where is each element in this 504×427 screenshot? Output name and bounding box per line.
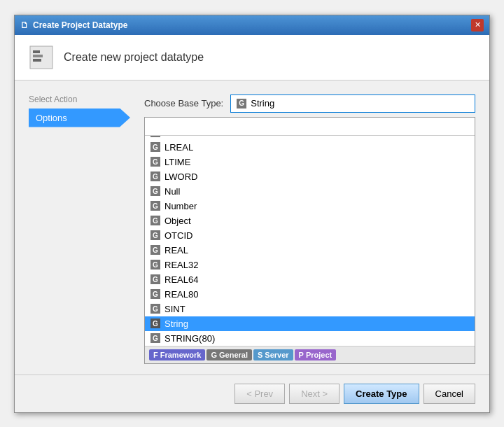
- filter-tab-general[interactable]: G General: [206, 349, 252, 360]
- filter-tabs: F FrameworkG GeneralS ServerP Project: [145, 346, 475, 363]
- list-item[interactable]: GNull: [145, 184, 475, 199]
- svg-rect-3: [33, 59, 41, 62]
- dropdown-list[interactable]: GLINTGLREALGLTIMEGLWORDGNullGNumberGObje…: [145, 136, 475, 346]
- item-badge: G: [150, 245, 160, 255]
- list-item[interactable]: GNumber: [145, 199, 475, 214]
- list-item[interactable]: GOTCID: [145, 228, 475, 243]
- header-icon: [29, 45, 54, 70]
- item-badge: G: [150, 142, 160, 152]
- window-close-button[interactable]: ✕: [471, 19, 484, 31]
- item-badge: G: [150, 304, 160, 314]
- tab-label: General: [219, 351, 248, 359]
- list-item[interactable]: GObject: [145, 214, 475, 228]
- item-badge: G: [150, 216, 160, 225]
- footer: < Prev Next > Create Type Cancel: [15, 374, 489, 412]
- item-label: REAL: [164, 245, 188, 255]
- item-badge: G: [150, 274, 160, 284]
- list-item[interactable]: GREAL32: [145, 258, 475, 272]
- window-title-icon: 🗋: [20, 20, 29, 30]
- selected-value-text: String: [251, 98, 274, 108]
- item-label: LINT: [164, 136, 184, 138]
- list-item[interactable]: GLREAL: [145, 140, 475, 155]
- list-item[interactable]: GREAL: [145, 243, 475, 258]
- filter-tab-framework[interactable]: F Framework: [149, 349, 205, 360]
- svg-rect-1: [33, 50, 40, 53]
- item-badge: G: [150, 186, 160, 196]
- tab-badge: S: [258, 351, 262, 359]
- window-title: Create Project Datatype: [33, 20, 127, 30]
- filter-tab-server[interactable]: S Server: [253, 349, 293, 360]
- item-label: LWORD: [164, 172, 197, 182]
- item-badge: G: [150, 333, 160, 343]
- item-label: REAL64: [164, 274, 198, 285]
- select-action-label: Select Action: [29, 94, 130, 104]
- item-badge: G: [150, 136, 160, 138]
- item-label: Null: [164, 186, 180, 197]
- list-item[interactable]: GLTIME: [145, 155, 475, 169]
- item-badge: G: [150, 260, 160, 270]
- item-badge: G: [150, 318, 160, 328]
- sidebar: Select Action Options: [29, 94, 130, 368]
- title-bar-left: 🗋 Create Project Datatype: [20, 20, 127, 30]
- tab-badge: G: [211, 351, 217, 359]
- header-title: Create new project datatype: [64, 51, 204, 64]
- tab-label: Server: [265, 351, 288, 359]
- tab-badge: P: [299, 351, 304, 359]
- tab-label: Framework: [160, 351, 202, 359]
- main-window: 🗋 Create Project Datatype ✕ Create new p…: [14, 15, 490, 413]
- item-label: LTIME: [164, 157, 190, 167]
- selected-badge: G: [237, 99, 246, 108]
- list-item[interactable]: GSTRING(80): [145, 331, 475, 346]
- list-item[interactable]: GString: [145, 316, 475, 331]
- list-item[interactable]: GREAL80: [145, 287, 475, 302]
- item-badge: G: [150, 289, 160, 299]
- item-label: STRING(80): [164, 333, 215, 344]
- prev-button[interactable]: < Prev: [234, 384, 285, 404]
- filter-tab-project[interactable]: P Project: [295, 349, 337, 360]
- item-label: REAL32: [164, 260, 198, 270]
- dropdown-container: GLINTGLREALGLTIMEGLWORDGNullGNumberGObje…: [144, 117, 475, 364]
- item-badge: G: [150, 201, 160, 211]
- base-type-display[interactable]: G String: [230, 94, 475, 113]
- content-area: Select Action Options Choose Base Type: …: [15, 80, 489, 374]
- list-item[interactable]: GREAL64: [145, 272, 475, 287]
- create-type-button[interactable]: Create Type: [344, 384, 419, 404]
- cancel-button[interactable]: Cancel: [424, 384, 475, 404]
- item-label: LREAL: [164, 142, 193, 153]
- tab-badge: F: [153, 351, 158, 359]
- item-label: Object: [164, 216, 191, 226]
- item-badge: G: [150, 172, 160, 181]
- choose-base-type-label: Choose Base Type:: [144, 98, 223, 108]
- item-label: OTCID: [164, 230, 192, 241]
- dropdown-search-input[interactable]: [145, 118, 475, 136]
- choose-base-type-row: Choose Base Type: G String: [144, 94, 475, 113]
- sidebar-item-options[interactable]: Options: [29, 108, 130, 127]
- title-bar: 🗋 Create Project Datatype ✕: [15, 15, 489, 35]
- item-badge: G: [150, 157, 160, 167]
- svg-rect-2: [33, 55, 43, 57]
- item-label: String: [164, 318, 188, 329]
- next-button[interactable]: Next >: [289, 384, 340, 404]
- item-badge: G: [150, 230, 160, 240]
- list-item[interactable]: GSINT: [145, 302, 475, 316]
- item-label: SINT: [164, 304, 186, 314]
- datatype-icon: [29, 45, 54, 70]
- list-item[interactable]: GLWORD: [145, 169, 475, 184]
- tab-label: Project: [306, 351, 332, 359]
- item-label: REAL80: [164, 289, 198, 300]
- header-section: Create new project datatype: [15, 35, 489, 80]
- main-content: Choose Base Type: G String GLINTGLREALGL…: [144, 94, 475, 368]
- item-label: Number: [164, 201, 197, 211]
